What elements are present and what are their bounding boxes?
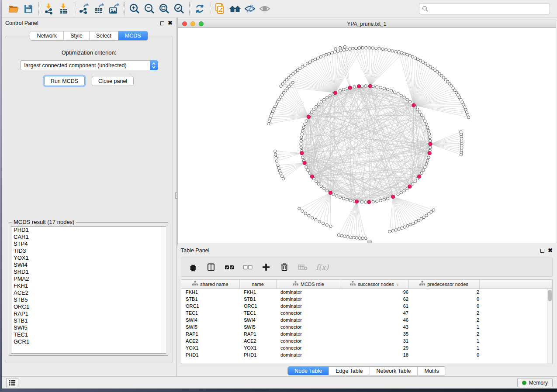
- tab-network[interactable]: Network: [30, 31, 64, 40]
- graph-satellite-node[interactable]: [311, 217, 314, 219]
- graph-satellite-node[interactable]: [274, 153, 277, 156]
- tab-node-table[interactable]: Node Table: [288, 367, 329, 375]
- result-list-item[interactable]: STB1: [11, 317, 166, 324]
- graph-satellite-node[interactable]: [282, 177, 284, 180]
- graph-mcds-hub-node[interactable]: [300, 151, 304, 155]
- graph-node[interactable]: [353, 86, 356, 88]
- graph-node[interactable]: [372, 85, 374, 88]
- graph-node[interactable]: [397, 193, 399, 196]
- result-list-item[interactable]: ORC1: [11, 303, 166, 310]
- apply-preferred-layout-icon[interactable]: [192, 2, 207, 16]
- zoom-out-icon[interactable]: [142, 2, 157, 16]
- graph-node[interactable]: [400, 94, 402, 97]
- graph-node[interactable]: [300, 136, 303, 138]
- graph-node[interactable]: [325, 96, 328, 99]
- graph-satellite-node[interactable]: [355, 47, 357, 49]
- graph-node[interactable]: [429, 136, 431, 138]
- column-header-MCDS-role[interactable]: MCDS role: [276, 280, 341, 289]
- graph-satellite-node[interactable]: [358, 47, 360, 49]
- graph-satellite-node[interactable]: [275, 160, 278, 162]
- graph-node[interactable]: [411, 182, 414, 185]
- graph-node[interactable]: [320, 185, 322, 188]
- result-list-item[interactable]: FKH1: [11, 282, 166, 289]
- graph-satellite-node[interactable]: [308, 214, 310, 217]
- graph-satellite-node[interactable]: [467, 116, 470, 119]
- graph-node[interactable]: [425, 123, 428, 125]
- graph-node[interactable]: [315, 180, 317, 182]
- graph-satellite-node[interactable]: [301, 210, 304, 212]
- graph-node[interactable]: [429, 146, 432, 149]
- result-list-item[interactable]: STP4: [11, 241, 166, 248]
- graph-node[interactable]: [342, 88, 345, 91]
- graph-satellite-node[interactable]: [315, 218, 317, 221]
- graph-mcds-hub-node[interactable]: [429, 142, 432, 146]
- graph-node[interactable]: [425, 162, 428, 165]
- graph-satellite-node[interactable]: [336, 50, 339, 52]
- graph-node[interactable]: [325, 189, 328, 192]
- graph-node[interactable]: [308, 172, 311, 174]
- graph-node[interactable]: [390, 89, 392, 92]
- graph-mcds-hub-node[interactable]: [428, 151, 431, 155]
- column-header-predecessor-nodes[interactable]: predecessor nodes: [408, 280, 479, 289]
- graph-satellite-node[interactable]: [460, 131, 462, 133]
- memory-button[interactable]: Memory: [517, 378, 553, 387]
- graph-satellite-node[interactable]: [422, 61, 424, 63]
- close-table-panel-icon[interactable]: ✖: [548, 248, 553, 253]
- result-list-item[interactable]: RAP1: [11, 310, 166, 317]
- graph-node[interactable]: [428, 133, 431, 135]
- table-row[interactable]: STB1STB1dominator620: [181, 296, 552, 303]
- graph-satellite-node[interactable]: [416, 58, 419, 61]
- graph-satellite-node[interactable]: [328, 52, 330, 55]
- zoom-selected-icon[interactable]: [172, 2, 187, 16]
- graph-satellite-node[interactable]: [267, 122, 270, 125]
- search-input[interactable]: [419, 3, 550, 14]
- graph-node[interactable]: [424, 165, 426, 168]
- graph-mcds-hub-node[interactable]: [355, 200, 358, 203]
- export-image-icon[interactable]: [107, 2, 121, 16]
- result-list-item[interactable]: GCR1: [11, 338, 166, 345]
- graph-node[interactable]: [312, 108, 315, 110]
- graph-satellite-node[interactable]: [340, 234, 343, 237]
- automation-panel-button[interactable]: [6, 378, 18, 387]
- graph-satellite-node[interactable]: [430, 210, 432, 213]
- table-row[interactable]: ACE2ACE2connector311: [181, 337, 552, 344]
- graph-node[interactable]: [386, 88, 389, 91]
- show-column-icon[interactable]: [206, 262, 216, 272]
- result-list-item[interactable]: SRD1: [11, 268, 166, 275]
- graph-satellite-node[interactable]: [378, 47, 381, 50]
- graph-satellite-node[interactable]: [398, 50, 400, 53]
- import-table-from-file-icon[interactable]: [56, 2, 71, 16]
- graph-node[interactable]: [300, 143, 302, 145]
- graph-mcds-hub-node[interactable]: [307, 115, 310, 118]
- result-list-item[interactable]: STB5: [11, 296, 166, 303]
- table-row[interactable]: YOX1YOX1connector291: [181, 344, 552, 351]
- graph-node[interactable]: [422, 117, 425, 119]
- graph-satellite-node[interactable]: [278, 169, 281, 172]
- graph-node[interactable]: [301, 156, 304, 158]
- graph-node[interactable]: [414, 180, 416, 182]
- graph-satellite-node[interactable]: [280, 175, 283, 177]
- float-table-panel-icon[interactable]: [540, 249, 544, 253]
- graph-node[interactable]: [426, 126, 429, 129]
- table-row[interactable]: SWI4SWI4dominator462: [181, 316, 552, 323]
- graph-node[interactable]: [375, 200, 378, 203]
- graph-node[interactable]: [400, 191, 402, 194]
- graph-mcds-hub-node[interactable]: [367, 200, 371, 204]
- graph-satellite-node[interactable]: [314, 58, 317, 61]
- graph-node[interactable]: [339, 89, 341, 92]
- result-list-item[interactable]: TID3: [11, 248, 166, 254]
- close-panel-button[interactable]: Close panel: [92, 76, 134, 86]
- graph-mcds-hub-node[interactable]: [391, 195, 394, 198]
- graph-satellite-node[interactable]: [329, 225, 332, 227]
- graph-satellite-node[interactable]: [275, 156, 277, 159]
- graph-node[interactable]: [375, 86, 378, 88]
- graph-node[interactable]: [364, 85, 367, 87]
- graph-node[interactable]: [424, 120, 426, 122]
- result-list-item[interactable]: SWI4: [11, 261, 166, 268]
- graph-satellite-node[interactable]: [280, 85, 282, 87]
- graph-node[interactable]: [310, 111, 313, 113]
- close-panel-icon[interactable]: ✖: [168, 21, 173, 25]
- graph-node[interactable]: [397, 93, 399, 95]
- export-network-icon[interactable]: [77, 2, 92, 16]
- result-list-item[interactable]: YOX1: [11, 254, 166, 261]
